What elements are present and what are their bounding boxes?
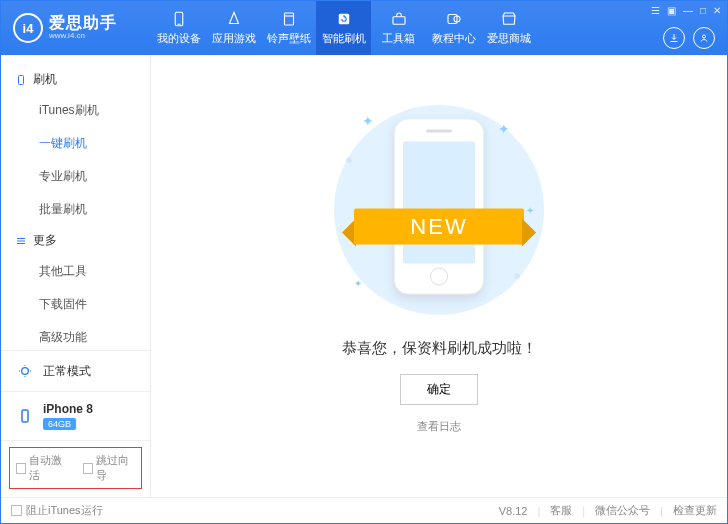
header-right-buttons	[663, 27, 715, 49]
nav-label: 智能刷机	[322, 31, 366, 46]
app-window: i4 爱思助手 www.i4.cn 我的设备 应用游戏 铃声壁纸 智能刷机	[0, 0, 728, 524]
highlighted-options: 自动激活 跳过向导	[9, 447, 142, 489]
group-label: 刷机	[33, 71, 57, 88]
version-label: V8.12	[499, 505, 528, 517]
download-button[interactable]	[663, 27, 685, 49]
nav-label: 工具箱	[382, 31, 415, 46]
svg-rect-5	[393, 17, 405, 25]
mode-label: 正常模式	[43, 363, 91, 380]
side-item-download-fw[interactable]: 下载固件	[1, 288, 150, 321]
nav-label: 爱思商城	[487, 31, 531, 46]
success-message: 恭喜您，保资料刷机成功啦！	[342, 339, 537, 358]
nav-my-device[interactable]: 我的设备	[151, 1, 206, 55]
app-title: 爱思助手	[49, 15, 117, 32]
nav-label: 我的设备	[157, 31, 201, 46]
side-item-othertools[interactable]: 其他工具	[1, 255, 150, 288]
side-item-itunes[interactable]: iTunes刷机	[1, 94, 150, 127]
nav-label: 铃声壁纸	[267, 31, 311, 46]
phone-icon	[170, 10, 188, 28]
ok-button[interactable]: 确定	[400, 374, 478, 405]
nav-ringtone[interactable]: 铃声壁纸	[261, 1, 316, 55]
success-illustration: ✦ ✦ ✦ ✦ NEW	[324, 95, 554, 325]
body: 刷机 iTunes刷机 一键刷机 专业刷机 批量刷机 更多 其他工具 下载固件 …	[1, 55, 727, 497]
checkbox-icon	[16, 463, 26, 474]
nav-flash[interactable]: 智能刷机	[316, 1, 371, 55]
checkbox-auto-activate[interactable]: 自动激活	[16, 453, 69, 483]
checkbox-icon	[11, 505, 22, 516]
sparkle-icon: ✦	[354, 278, 362, 289]
more-icon	[15, 235, 27, 247]
checkbox-label: 阻止iTunes运行	[26, 503, 103, 518]
device-block[interactable]: iPhone 8 64GB	[1, 391, 150, 440]
sidebar: 刷机 iTunes刷机 一键刷机 专业刷机 批量刷机 更多 其他工具 下载固件 …	[1, 55, 151, 497]
check-update-link[interactable]: 检查更新	[673, 503, 717, 518]
sparkle-icon: ✦	[498, 121, 510, 137]
sparkle-icon: ✦	[362, 113, 374, 129]
svg-point-9	[703, 35, 706, 38]
apps-icon	[225, 10, 243, 28]
device-icon	[15, 406, 35, 426]
wechat-link[interactable]: 微信公众号	[595, 503, 650, 518]
nav-shop[interactable]: 爱思商城	[481, 1, 536, 55]
checkbox-skip-guide[interactable]: 跳过向导	[83, 453, 136, 483]
toolbox-icon	[390, 10, 408, 28]
book-icon	[445, 10, 463, 28]
device-badge: 64GB	[43, 418, 76, 430]
svg-rect-2	[284, 13, 293, 25]
new-ribbon: NEW	[354, 203, 524, 253]
main-panel: ✦ ✦ ✦ ✦ NEW 恭喜您，保资料刷机成功啦！ 确定 查看日志	[151, 55, 727, 497]
side-item-oneclick[interactable]: 一键刷机	[1, 127, 150, 160]
ribbon-text: NEW	[354, 209, 524, 245]
app-subtitle: www.i4.cn	[49, 32, 117, 40]
logo-icon: i4	[13, 13, 43, 43]
checkbox-block-itunes[interactable]: 阻止iTunes运行	[11, 503, 103, 518]
nav-toolbox[interactable]: 工具箱	[371, 1, 426, 55]
user-button[interactable]	[693, 27, 715, 49]
svg-point-14	[22, 368, 29, 375]
checkbox-label: 跳过向导	[96, 453, 135, 483]
header: i4 爱思助手 www.i4.cn 我的设备 应用游戏 铃声壁纸 智能刷机	[1, 1, 727, 55]
maximize-icon[interactable]: □	[700, 5, 706, 16]
nav-label: 应用游戏	[212, 31, 256, 46]
checkbox-icon	[83, 463, 93, 474]
device-icon	[15, 74, 27, 86]
svg-rect-15	[22, 410, 28, 422]
side-item-advanced[interactable]: 高级功能	[1, 321, 150, 350]
nav-apps[interactable]: 应用游戏	[206, 1, 261, 55]
top-nav: 我的设备 应用游戏 铃声壁纸 智能刷机 工具箱 教程中心	[151, 1, 536, 55]
view-log-link[interactable]: 查看日志	[417, 419, 461, 434]
menu-icon[interactable]: ☰	[651, 5, 660, 16]
refresh-icon	[335, 10, 353, 28]
checkbox-label: 自动激活	[29, 453, 68, 483]
side-item-pro[interactable]: 专业刷机	[1, 160, 150, 193]
note-icon	[280, 10, 298, 28]
sparkle-icon: ✦	[526, 205, 534, 216]
device-name: iPhone 8	[43, 402, 93, 416]
side-item-batch[interactable]: 批量刷机	[1, 193, 150, 226]
close-icon[interactable]: ✕	[713, 5, 721, 16]
mode-block[interactable]: 正常模式	[1, 350, 150, 391]
side-options: 自动激活 跳过向导	[1, 440, 150, 497]
group-more-title[interactable]: 更多	[1, 226, 150, 255]
logo: i4 爱思助手 www.i4.cn	[1, 13, 151, 43]
group-label: 更多	[33, 232, 57, 249]
nav-label: 教程中心	[432, 31, 476, 46]
shop-icon	[500, 10, 518, 28]
nav-tutorial[interactable]: 教程中心	[426, 1, 481, 55]
window-controls: ☰ ▣ — □ ✕	[651, 5, 721, 16]
skin-icon[interactable]: ▣	[667, 5, 676, 16]
footer: 阻止iTunes运行 V8.12 | 客服 | 微信公众号 | 检查更新	[1, 497, 727, 523]
mode-icon	[15, 361, 35, 381]
svg-rect-10	[19, 75, 24, 84]
group-flash-title[interactable]: 刷机	[1, 65, 150, 94]
minimize-icon[interactable]: —	[683, 5, 693, 16]
support-link[interactable]: 客服	[550, 503, 572, 518]
